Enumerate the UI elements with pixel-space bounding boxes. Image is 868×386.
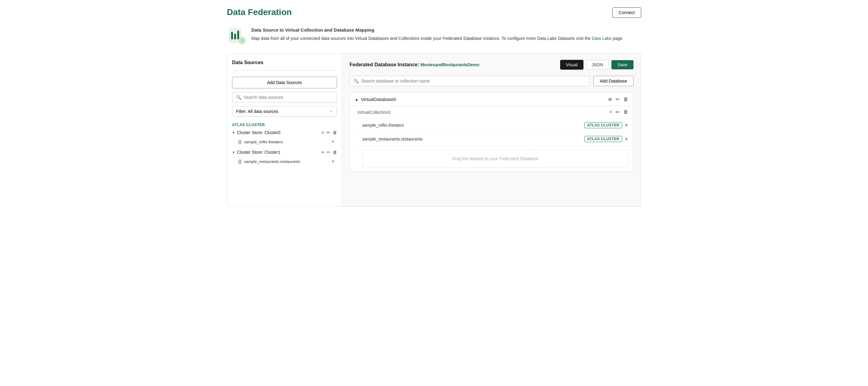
virtual-collection-name: VirtualCollection0: [357, 110, 391, 115]
svg-rect-2: [234, 34, 236, 39]
right-panel: Federated Database Instance: MoviesandRe…: [342, 54, 641, 206]
virtual-collection-delete-icon[interactable]: 🗑: [623, 109, 628, 115]
main-panel: Data Sources Add Data Sources 🔍 Filter: …: [227, 54, 641, 207]
virtual-db-edit-icon[interactable]: ✏: [616, 96, 620, 102]
json-toggle-button[interactable]: JSON: [586, 60, 609, 70]
cluster-collapse-icon-1[interactable]: ▼: [232, 151, 235, 154]
bar-chart-icon-1-0: |||: [238, 159, 242, 164]
data-lake-link[interactable]: Data Lake: [592, 36, 611, 41]
remove-mapping-1[interactable]: ✕: [625, 136, 628, 141]
dataset-mapping-row-0: sample_mflix.theaters ATLAS CLUSTER ✕: [357, 119, 633, 132]
svg-rect-1: [231, 32, 233, 39]
db-search-input[interactable]: [361, 78, 586, 84]
cluster-list-icon-1[interactable]: ≡: [322, 150, 324, 155]
search-data-sources-input[interactable]: [244, 95, 333, 100]
info-heading: Data Source to Virtual Collection and Da…: [251, 26, 623, 34]
db-search-icon: 🔍: [353, 78, 359, 84]
add-data-sources-button[interactable]: Add Data Sources: [232, 77, 337, 88]
remove-dataset-1-0[interactable]: ✕: [332, 159, 335, 164]
cluster-name-1: Cluster Store: Cluster1: [237, 150, 281, 155]
virtual-collection-edit-icon[interactable]: ✏: [616, 109, 620, 115]
add-database-button[interactable]: Add Database: [593, 76, 633, 86]
right-panel-header: Federated Database Instance: MoviesandRe…: [350, 60, 633, 70]
drag-drop-zone: Drag the dataset to your Federated Datab…: [362, 150, 628, 167]
cluster-edit-icon-1[interactable]: ✏: [327, 150, 330, 155]
cluster-delete-icon-1[interactable]: 🗑: [333, 150, 337, 155]
info-text-after: page.: [613, 36, 623, 41]
info-banner: ↑ Data Source to Virtual Collection and …: [227, 26, 641, 45]
virtual-db-section: ▲ VirtualDatabase0 ⊕ ✏ 🗑 VirtualCollecti…: [350, 92, 633, 171]
dataset-row-1-0: ||| sample_restaurants.restaurants ✕: [232, 157, 337, 166]
left-panel: Data Sources Add Data Sources 🔍 Filter: …: [227, 54, 342, 206]
dataset-name-1-0: sample_restaurants.restaurants: [244, 159, 300, 164]
atlas-cluster-section-label: ATLAS CLUSTER: [232, 123, 337, 127]
remove-mapping-0[interactable]: ✕: [625, 123, 628, 128]
cluster-item-1: ▼ Cluster Store: Cluster1 ≡ ✏ 🗑 ||| samp…: [232, 150, 337, 166]
cluster-delete-icon-0[interactable]: 🗑: [333, 130, 337, 135]
virtual-db-add-icon[interactable]: ⊕: [608, 96, 612, 102]
virtual-collection-add-icon[interactable]: +: [609, 109, 612, 115]
cluster-list-icon-0[interactable]: ≡: [322, 130, 324, 135]
info-text-before: Map data from all of your connected data…: [251, 36, 591, 41]
dataset-mapping-name-1: sample_restaurants.restaurants: [362, 136, 423, 141]
virtual-db-actions: ⊕ ✏ 🗑: [608, 96, 628, 102]
atlas-cluster-badge-0: ATLAS CLUSTER ✕: [584, 122, 628, 128]
cluster-name-0: Cluster Store: Cluster0: [237, 130, 281, 135]
page-title: Data Federation: [227, 7, 292, 17]
svg-text:↑: ↑: [241, 38, 243, 43]
db-search-box: 🔍: [350, 76, 590, 86]
search-icon: 🔍: [236, 95, 241, 100]
virtual-db-collapse-icon[interactable]: ▲: [355, 97, 359, 102]
atlas-badge-text-0: ATLAS CLUSTER: [584, 122, 622, 128]
virtual-collection-actions: + ✏ 🗑: [609, 109, 628, 115]
cluster-collapse-icon-0[interactable]: ▼: [232, 131, 235, 134]
fed-instance-name: MoviesandRestaurantsDemo: [421, 62, 479, 67]
data-lake-icon: ↑: [228, 26, 246, 45]
dataset-left-0-0: ||| sample_mflix.theaters: [238, 139, 283, 144]
atlas-cluster-badge-1: ATLAS CLUSTER ✕: [584, 136, 628, 142]
bar-chart-icon-0-0: |||: [238, 139, 242, 144]
dataset-row-0-0: ||| sample_mflix.theaters ✕: [232, 137, 337, 146]
cluster-header-left-0: ▼ Cluster Store: Cluster0: [232, 130, 281, 135]
dataset-mapping-row-1: sample_restaurants.restaurants ATLAS CLU…: [357, 132, 633, 146]
dataset-left-1-0: ||| sample_restaurants.restaurants: [238, 159, 300, 164]
virtual-db-header: ▲ VirtualDatabase0 ⊕ ✏ 🗑: [350, 93, 633, 106]
view-toggle-group: Visual JSON Save: [560, 60, 633, 70]
fed-instance-title: Federated Database Instance: MoviesandRe…: [350, 62, 479, 67]
virtual-collection-section: VirtualCollection0 + ✏ 🗑 sample_mflix.th…: [350, 106, 633, 167]
virtual-db-delete-icon[interactable]: 🗑: [623, 97, 628, 102]
filter-dropdown[interactable]: Filter: All data sources: [232, 106, 337, 117]
visual-toggle-button[interactable]: Visual: [560, 60, 584, 70]
dataset-name-0-0: sample_mflix.theaters: [244, 139, 283, 144]
cluster-header-1: ▼ Cluster Store: Cluster1 ≡ ✏ 🗑: [232, 150, 337, 155]
cluster-header-0: ▼ Cluster Store: Cluster0 ≡ ✏ 🗑: [232, 130, 337, 135]
virtual-db-title: ▲ VirtualDatabase0: [355, 97, 396, 102]
db-search-row: 🔍 Add Database: [350, 76, 633, 86]
remove-dataset-0-0[interactable]: ✕: [332, 139, 335, 144]
fed-label: Federated Database Instance:: [350, 62, 419, 67]
svg-rect-3: [237, 31, 239, 39]
atlas-badge-text-1: ATLAS CLUSTER: [584, 136, 622, 142]
connect-button[interactable]: Connect: [612, 7, 641, 18]
cluster-edit-icon-0[interactable]: ✏: [327, 130, 330, 135]
virtual-collection-header: VirtualCollection0 + ✏ 🗑: [357, 106, 633, 119]
cluster-actions-0: ≡ ✏ 🗑: [322, 130, 337, 135]
cluster-item-0: ▼ Cluster Store: Cluster0 ≡ ✏ 🗑 ||| samp…: [232, 130, 337, 146]
dataset-mapping-name-0: sample_mflix.theaters: [362, 123, 404, 128]
cluster-header-left-1: ▼ Cluster Store: Cluster1: [232, 150, 281, 155]
save-button[interactable]: Save: [611, 60, 633, 69]
search-data-sources-box: 🔍: [232, 92, 337, 102]
info-text-block: Data Source to Virtual Collection and Da…: [251, 26, 623, 42]
virtual-db-name: VirtualDatabase0: [361, 97, 396, 102]
data-sources-header: Data Sources: [232, 60, 337, 71]
cluster-actions-1: ≡ ✏ 🗑: [322, 150, 337, 155]
